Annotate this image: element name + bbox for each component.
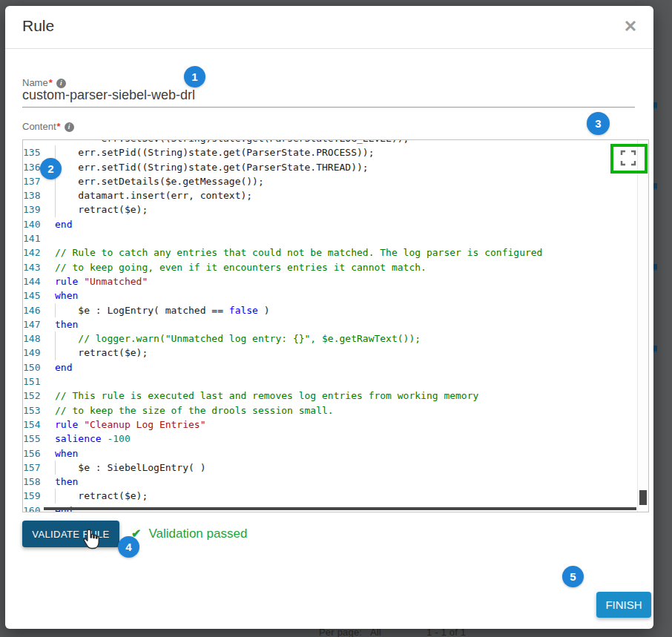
annotation-highlight-box — [610, 144, 648, 174]
code-line: 156when — [23, 446, 637, 461]
code-lines: err.setSev((String)state.get(ParserState… — [23, 139, 637, 512]
name-input[interactable]: custom-parser-siebel-web-drl — [22, 88, 195, 103]
code-line: 159 retract($e); — [23, 489, 637, 503]
line-number — [23, 139, 55, 145]
line-number: 142 — [23, 245, 55, 260]
code-line: 135 err.setPid((String)state.get(ParserS… — [23, 145, 637, 159]
line-number: 158 — [23, 475, 55, 489]
code-line: 136 err.setTid((String)state.get(ParserS… — [23, 160, 637, 174]
line-number: 153 — [23, 403, 55, 417]
line-number: 150 — [23, 360, 55, 374]
code-line: 151 — [23, 374, 637, 389]
annotation-badge-2: 2 — [40, 158, 62, 179]
line-number: 148 — [23, 331, 55, 346]
line-number: 152 — [23, 389, 55, 403]
rule-dialog: Rule ✕ Name*i custom-parser-siebel-web-d… — [5, 6, 653, 629]
required-asterisk: * — [57, 121, 61, 132]
rule-content-editor[interactable]: err.setSev((String)state.get(ParserState… — [22, 139, 649, 512]
content-label: Content*i — [22, 121, 74, 132]
code-line: 144rule "Unmatched" — [23, 274, 637, 288]
line-number: 149 — [23, 346, 55, 360]
line-number: 159 — [23, 489, 55, 503]
name-input-underline — [22, 107, 635, 108]
annotation-badge-3: 3 — [587, 112, 610, 135]
line-number: 139 — [23, 202, 55, 217]
line-number: 140 — [23, 217, 55, 231]
code-line: 153// to keep the size of the drools ses… — [23, 403, 637, 417]
line-number: 157 — [23, 461, 55, 475]
line-number: 154 — [23, 417, 55, 432]
code-line: 139 retract($e); — [23, 202, 637, 217]
line-number: 156 — [23, 446, 55, 461]
line-number: 141 — [23, 231, 55, 245]
horizontal-scrollbar-thumb[interactable] — [44, 507, 636, 510]
vertical-scrollbar-thumb[interactable] — [639, 490, 647, 505]
info-icon[interactable]: i — [65, 122, 74, 132]
code-line: 155salience -100 — [23, 432, 637, 446]
line-number: 147 — [23, 317, 55, 331]
code-line: 140end — [23, 217, 637, 231]
code-line: 158then — [23, 475, 637, 489]
validate-rule-button[interactable]: VALIDATE RULE — [22, 521, 119, 547]
name-label-text: Name — [22, 77, 48, 88]
finish-button[interactable]: FINISH — [596, 592, 651, 618]
name-label: Name*i — [22, 77, 66, 88]
line-number: 145 — [23, 288, 55, 303]
line-number: 151 — [23, 374, 55, 389]
dialog-header: Rule ✕ — [5, 6, 653, 49]
code-line: 142// Rule to catch any entries that cou… — [23, 245, 637, 260]
code-line: 157 $e : SiebelLogEntry( ) — [23, 461, 637, 475]
close-icon[interactable]: ✕ — [619, 16, 642, 38]
content-label-text: Content — [22, 121, 56, 132]
validation-status: ✔Validation passed — [131, 527, 247, 541]
dialog-title: Rule — [22, 17, 54, 35]
code-line: 141 — [23, 231, 637, 245]
line-number: 138 — [23, 188, 55, 202]
code-line: 147then — [23, 317, 637, 331]
vertical-scrollbar[interactable] — [637, 140, 648, 512]
annotation-badge-4: 4 — [118, 536, 139, 558]
code-line: 146 $e : LogEntry( matched == false ) — [23, 303, 637, 317]
code-line: 154rule "Cleanup Log Entries" — [23, 417, 637, 432]
code-line: 143// to keep going, even if it encounte… — [23, 260, 637, 274]
line-number: 144 — [23, 274, 55, 288]
line-number: 146 — [23, 303, 55, 317]
annotation-badge-5: 5 — [562, 566, 584, 587]
code-line: 137 err.setDetails($e.getMessage()); — [23, 174, 637, 188]
annotation-badge-1: 1 — [184, 66, 205, 88]
required-asterisk: * — [49, 77, 53, 88]
code-line: 152// This rule is executed last and rem… — [23, 389, 637, 403]
code-line: 145when — [23, 288, 637, 303]
line-number: 155 — [23, 432, 55, 446]
code-line: 148 // logger.warn("Unmatched log entry:… — [23, 331, 637, 346]
line-number: 143 — [23, 260, 55, 274]
code-line: err.setSev((String)state.get(ParserState… — [23, 139, 637, 145]
code-line: 149 retract($e); — [23, 346, 637, 360]
code-line: 138 datamart.insert(err, context); — [23, 188, 637, 202]
validation-message: Validation passed — [148, 527, 247, 541]
code-line: 150end — [23, 360, 637, 374]
